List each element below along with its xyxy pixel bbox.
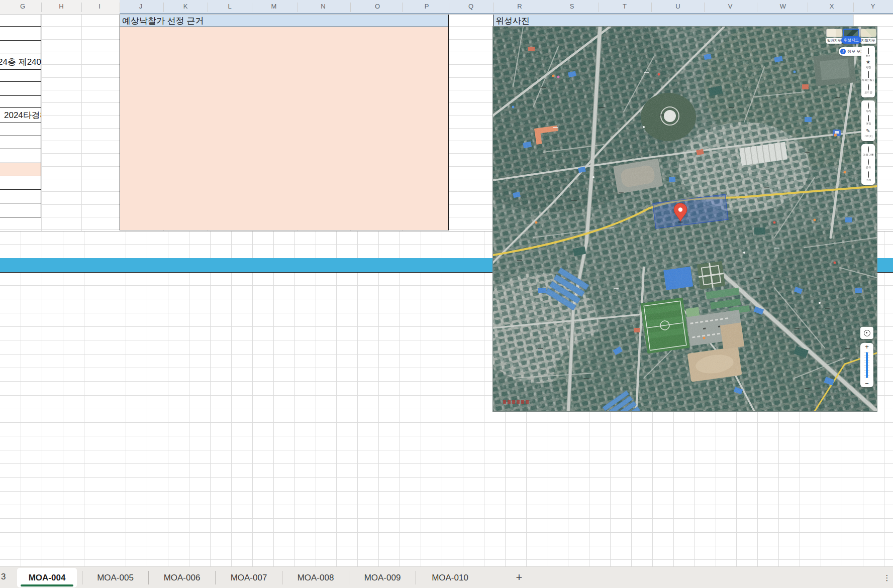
cell[interactable] — [0, 123, 41, 136]
general-map-thumbnail — [826, 29, 842, 37]
column-header[interactable]: H — [59, 3, 63, 10]
tool-distance[interactable]: 거리 — [861, 102, 875, 114]
add-sheet-button[interactable]: + — [512, 570, 527, 585]
excel-window: 24층 제2405호 2024타경86125 예상낙찰가 선정 근거 위성사진 — [0, 0, 893, 588]
tool-label: 그리기 — [864, 134, 872, 138]
tool-label: 공유 — [865, 165, 871, 169]
sheet-tab-moa-004[interactable]: MOA-004 — [17, 568, 77, 587]
column-header[interactable]: K — [183, 3, 188, 10]
gridline — [81, 14, 82, 231]
cell[interactable] — [0, 82, 41, 96]
transit-icon — [868, 146, 869, 153]
cell-case-number[interactable]: 2024타경86125 — [0, 108, 41, 123]
map-type-satellite[interactable]: 위성지도 — [843, 29, 859, 44]
sheet-tab-partial[interactable]: 3 — [1, 572, 6, 582]
general-map-label: 일반지도 — [826, 38, 842, 44]
print-icon — [868, 171, 869, 178]
tool-transit[interactable]: 대중교통 — [861, 146, 875, 158]
cell[interactable] — [0, 14, 41, 27]
zoom-slider-handle[interactable] — [866, 352, 868, 378]
cell-highlighted[interactable] — [0, 163, 41, 176]
column-header[interactable]: M — [271, 3, 277, 10]
column-header[interactable]: V — [728, 3, 733, 10]
sheet-tab-moa-005[interactable]: MOA-005 — [82, 571, 149, 584]
zoom-out-button[interactable]: − — [865, 380, 869, 387]
tool-cadastral[interactable]: 지적편집도 — [861, 71, 875, 83]
column-header[interactable]: I — [98, 3, 101, 10]
zoom-slider-track[interactable] — [860, 350, 873, 380]
sheet-tab-moa-010[interactable]: MOA-010 — [417, 571, 483, 584]
active-tab-label: MOA-004 — [29, 573, 66, 583]
note-area-cell[interactable] — [120, 27, 449, 230]
column-header[interactable]: S — [570, 3, 574, 10]
gridline — [449, 14, 449, 231]
sheet-tab-bar: 3 MOA-004 MOA-005 MOA-006 MOA-007 MOA-00… — [0, 566, 893, 588]
tool-area[interactable]: 면적 — [861, 114, 875, 127]
cell[interactable] — [0, 136, 41, 149]
tool-draw[interactable]: ✎ 그리기 — [861, 127, 875, 140]
cell[interactable] — [0, 203, 41, 217]
cell[interactable] — [0, 41, 41, 54]
selected-columns-tint — [120, 0, 893, 14]
section-title-bid-basis[interactable]: 예상낙찰가 선정 근거 — [120, 14, 449, 27]
zoom-control: + − — [860, 343, 873, 387]
share-icon — [868, 159, 869, 165]
map-type-general[interactable]: 일반지도 — [826, 29, 842, 44]
active-tab-underline — [21, 584, 73, 586]
terrain-map-thumbnail — [860, 29, 876, 37]
sheet-tab-moa-008[interactable]: MOA-008 — [282, 571, 349, 584]
column-header[interactable]: Q — [468, 3, 473, 10]
cell[interactable] — [0, 149, 41, 163]
tool-print[interactable]: 인쇄 — [861, 171, 875, 183]
sheet-tab-moa-006[interactable]: MOA-006 — [149, 571, 216, 584]
more-sheets-button[interactable]: ⋮ — [882, 571, 891, 584]
tool-share[interactable]: 공유 — [861, 158, 875, 171]
sheet-tab-moa-007[interactable]: MOA-007 — [216, 571, 282, 584]
cell[interactable] — [0, 70, 41, 82]
column-header[interactable]: X — [830, 3, 834, 10]
column-header[interactable]: O — [375, 3, 380, 10]
cell[interactable] — [0, 96, 41, 108]
tool-save[interactable]: ★ 저장 — [861, 58, 875, 71]
chat-bubble-icon — [868, 48, 869, 54]
gridline — [41, 14, 42, 231]
cell-unit-floor[interactable]: 24층 제2405호 — [0, 54, 41, 70]
column-header[interactable]: T — [623, 3, 627, 10]
map-tool-dock: MY ★ 저장 지적편집도 로드뷰 거리 — [861, 46, 875, 185]
terrain-map-label: 지형지도 — [860, 38, 876, 44]
cadastral-icon — [868, 71, 869, 78]
column-header[interactable]: P — [425, 3, 429, 10]
map-type-terrain[interactable]: 지형지도 — [860, 29, 876, 44]
current-location-button[interactable] — [860, 327, 873, 339]
sheet-tab-moa-009[interactable]: MOA-009 — [349, 571, 416, 584]
cell[interactable] — [0, 27, 41, 41]
column-header[interactable]: G — [20, 3, 25, 10]
section-title-satellite[interactable]: 위성사진 — [493, 14, 853, 27]
area-icon — [868, 115, 869, 122]
column-header[interactable]: W — [780, 3, 786, 10]
distance-icon — [868, 102, 869, 109]
cell[interactable] — [0, 190, 41, 203]
cell[interactable] — [0, 176, 41, 190]
column-headers: G H I J K L M N O P Q R S T U V W X Y — [0, 0, 893, 15]
tool-label: 저장 — [865, 65, 871, 69]
column-header[interactable]: Y — [871, 3, 875, 10]
pin-icon — [868, 84, 869, 90]
compass-icon — [864, 330, 870, 336]
satellite-map[interactable]: 일반지도 위성지도 지형지도 i 정보 보기 MY ★ — [493, 27, 877, 411]
satellite-imagery — [493, 27, 877, 411]
satellite-map-label: 위성지도 — [841, 37, 861, 44]
column-header[interactable]: N — [321, 3, 325, 10]
column-header[interactable]: U — [675, 3, 680, 10]
pencil-icon: ✎ — [866, 128, 870, 134]
column-header[interactable]: J — [139, 3, 143, 10]
tool-group-2: 거리 면적 ✎ 그리기 — [861, 100, 875, 141]
column-header[interactable]: R — [517, 3, 522, 10]
column-header[interactable]: L — [228, 3, 231, 10]
tool-label: 거리 — [865, 109, 871, 113]
tool-group-1: MY ★ 저장 지적편집도 로드뷰 — [861, 46, 875, 97]
tool-my[interactable]: MY — [861, 47, 875, 58]
tool-roadview[interactable]: 로드뷰 — [861, 83, 875, 96]
zoom-in-button[interactable]: + — [865, 343, 869, 350]
star-icon: ★ — [866, 59, 870, 65]
